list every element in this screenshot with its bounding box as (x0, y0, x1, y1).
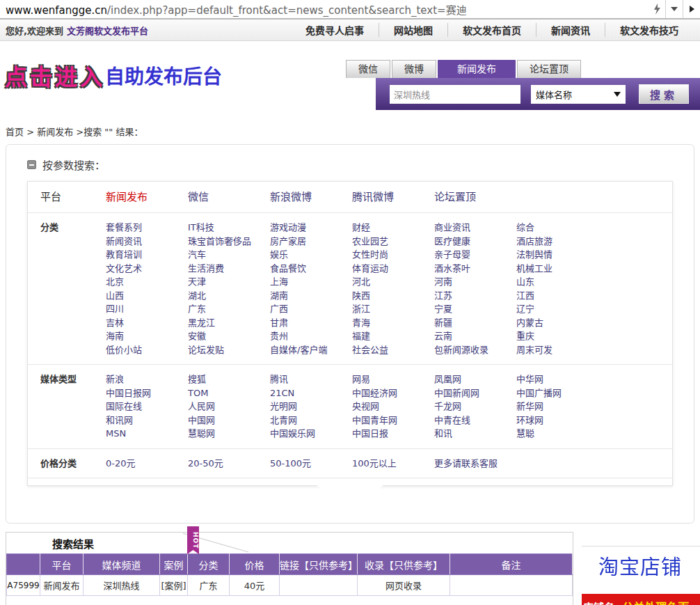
platform-link-tencent-weibo[interactable]: 腾讯微博 (352, 189, 434, 205)
nav-link-free-notice[interactable]: 免费寻人启事 (291, 23, 379, 37)
category-link[interactable]: 辽宁 (516, 302, 598, 316)
lightning-icon[interactable] (649, 0, 665, 18)
category-link[interactable]: 中国网 (188, 414, 270, 427)
category-link[interactable]: 新浪 (106, 372, 188, 386)
category-link[interactable]: 套餐系列 (106, 221, 188, 235)
category-link[interactable]: 综合 (516, 221, 598, 235)
category-link[interactable]: 房产家居 (270, 235, 352, 249)
tab-weibo[interactable]: 微博 (392, 60, 436, 78)
category-link[interactable]: 新闻资讯 (106, 235, 188, 249)
breadcrumb-section[interactable]: 新闻发布 (37, 127, 73, 137)
platform-link-news[interactable]: 新闻发布 (106, 189, 188, 205)
category-link[interactable]: 生活消费 (188, 262, 270, 276)
category-link[interactable]: 亲子母婴 (434, 248, 516, 262)
category-link[interactable]: 宁夏 (434, 302, 516, 316)
tab-forum-top[interactable]: 论坛置顶 (517, 60, 581, 78)
category-link[interactable]: 云南 (434, 329, 516, 343)
category-link[interactable]: 陕西 (352, 289, 434, 303)
category-link[interactable]: 江西 (516, 289, 598, 303)
category-link[interactable]: 腾讯 (270, 372, 352, 386)
results-cell[interactable]: [案例] (160, 575, 188, 596)
category-link[interactable]: 女性时尚 (352, 248, 434, 262)
tab-wechat[interactable]: 微信 (346, 60, 390, 78)
search-input[interactable] (390, 85, 520, 104)
collapse-icon[interactable] (27, 160, 36, 169)
category-link[interactable]: 甘肃 (270, 316, 352, 330)
taobao-shop-box[interactable]: 淘宝店铺 (582, 548, 699, 583)
site-name[interactable]: 文芳阁软文发布平台 (67, 26, 148, 36)
category-link[interactable]: 自媒体/客户端 (270, 343, 352, 357)
category-link[interactable]: 人民网 (188, 400, 270, 414)
category-link[interactable]: 法制舆情 (516, 248, 598, 262)
category-link[interactable]: 河南 (434, 275, 516, 289)
category-link[interactable]: MSN (106, 427, 188, 441)
category-link[interactable]: 慧聪 (516, 427, 598, 441)
category-link[interactable]: 中国娱乐网 (270, 427, 352, 441)
category-link[interactable]: 国际在线 (106, 400, 188, 414)
category-link[interactable]: 酒水茶叶 (434, 262, 516, 276)
category-link[interactable]: TOM (188, 386, 270, 400)
category-link[interactable]: 福建 (352, 329, 434, 343)
category-link[interactable]: 汽车 (188, 248, 270, 262)
site-logo[interactable]: 点击进入 自助发布后台 (5, 59, 222, 91)
category-link[interactable]: 财经 (352, 221, 434, 235)
nav-link-sitemap[interactable]: 网站地图 (379, 23, 447, 37)
category-link[interactable]: 环球网 (516, 414, 598, 427)
category-link[interactable]: 珠宝首饰奢侈品 (188, 235, 270, 249)
category-link[interactable]: 50-100元 (270, 457, 352, 471)
category-link[interactable]: 山东 (516, 275, 598, 289)
category-link[interactable]: 农业园艺 (352, 235, 434, 249)
category-link[interactable]: 浙江 (352, 302, 434, 316)
category-link[interactable]: 低价小站 (106, 343, 188, 357)
nav-link-tips[interactable]: 软文发布技巧 (605, 23, 693, 37)
go-arrow-icon[interactable] (683, 0, 700, 18)
category-link[interactable]: 0-20元 (106, 457, 188, 471)
category-link[interactable]: 和讯网 (106, 414, 188, 427)
breadcrumb-home[interactable]: 首页 (6, 127, 24, 137)
url-text[interactable]: www.wenfangge.cn/index.php?app=default_f… (6, 2, 467, 17)
platform-link-wechat[interactable]: 微信 (188, 189, 270, 205)
category-link[interactable]: 四川 (106, 302, 188, 316)
category-link[interactable]: 20-50元 (188, 457, 270, 471)
category-link[interactable]: 中国广播网 (516, 386, 598, 400)
category-link[interactable]: 贵州 (270, 329, 352, 343)
category-link[interactable]: 北青网 (270, 414, 352, 427)
category-link[interactable]: 央视网 (352, 400, 434, 414)
category-link[interactable]: 湖南 (270, 289, 352, 303)
category-link[interactable]: 吉林 (106, 316, 188, 330)
category-link[interactable]: 网易 (352, 372, 434, 386)
category-link[interactable]: 商业资讯 (434, 221, 516, 235)
nav-link-home[interactable]: 软文发布首页 (447, 23, 536, 37)
nav-link-news[interactable]: 新闻资讯 (536, 23, 605, 37)
category-link[interactable]: 21CN (270, 386, 352, 400)
category-link[interactable]: 搜狐 (188, 372, 270, 386)
platform-link-forum-top[interactable]: 论坛置顶 (434, 189, 516, 205)
category-link[interactable]: 青海 (352, 316, 434, 330)
category-link[interactable]: 食品餐饮 (270, 262, 352, 276)
category-link[interactable]: 黑龙江 (188, 316, 270, 330)
category-link[interactable]: 中华网 (516, 372, 598, 386)
category-link[interactable]: 天津 (188, 275, 270, 289)
category-link[interactable]: 医疗健康 (434, 235, 516, 249)
category-link[interactable]: 凤凰网 (434, 372, 516, 386)
category-link[interactable]: 安徽 (188, 329, 270, 343)
category-link[interactable]: 社会公益 (352, 343, 434, 357)
category-link[interactable]: 广东 (188, 302, 270, 316)
category-link[interactable]: 山西 (106, 289, 188, 303)
shop-banner[interactable]: 店铺名 : 公关处理负面 (582, 594, 700, 605)
category-link[interactable]: 新华网 (516, 400, 598, 414)
category-link[interactable]: 江苏 (434, 289, 516, 303)
category-link[interactable]: 100元以上 (352, 457, 434, 471)
category-link[interactable]: 机械工业 (516, 262, 598, 276)
category-link[interactable]: 文化艺术 (106, 262, 188, 276)
category-link[interactable]: 中国青年网 (352, 414, 434, 427)
platform-link-sina-weibo[interactable]: 新浪微博 (270, 189, 352, 205)
media-select[interactable]: 媒体名称 (531, 85, 626, 104)
category-link[interactable]: 包新闻源收录 (434, 343, 516, 357)
category-link[interactable]: 娱乐 (270, 248, 352, 262)
category-link[interactable]: 慧聪网 (188, 427, 270, 441)
category-link[interactable]: 海南 (106, 329, 188, 343)
category-link[interactable]: 中国新闻网 (434, 386, 516, 400)
category-link[interactable]: 酒店旅游 (516, 235, 598, 249)
category-link[interactable]: 教育培训 (106, 248, 188, 262)
